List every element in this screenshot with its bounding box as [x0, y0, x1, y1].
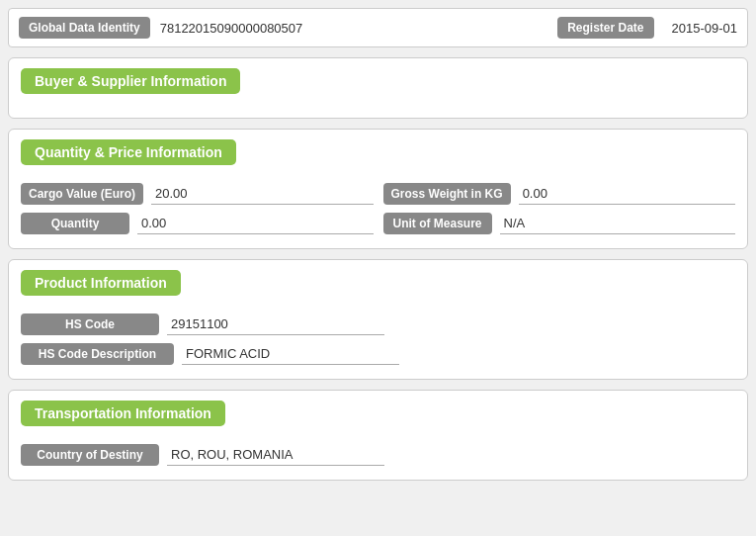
- top-bar: Global Data Identity 7812201509000008050…: [8, 8, 748, 47]
- quantity-value: 0.00: [137, 213, 374, 234]
- global-data-identity-value: 78122015090000080507: [160, 21, 557, 36]
- quantity-price-row1: Cargo Value (Euro) 20.00 Gross Weight in…: [21, 183, 735, 205]
- quantity-price-row2: Quantity 0.00 Unit of Measure N/A: [21, 213, 735, 234]
- country-of-destiny-group: Country of Destiny RO, ROU, ROMANIA: [21, 444, 735, 466]
- hs-code-description-group: HS Code Description FORMIC ACID: [21, 343, 735, 365]
- buyer-supplier-header: Buyer & Supplier Information: [21, 68, 240, 94]
- hs-code-value: 29151100: [167, 313, 384, 335]
- hs-code-label: HS Code: [21, 313, 159, 335]
- register-date-group: Register Date 2015-09-01: [557, 17, 737, 39]
- cargo-value-value: 20.00: [151, 183, 373, 205]
- unit-of-measure-group: Unit of Measure N/A: [383, 213, 736, 234]
- product-info-header: Product Information: [21, 270, 181, 296]
- quantity-label: Quantity: [21, 213, 129, 234]
- product-info-section: Product Information HS Code 29151100 HS …: [8, 259, 748, 380]
- quantity-price-section: Quantity & Price Information Cargo Value…: [8, 129, 748, 249]
- quantity-price-header: Quantity & Price Information: [21, 139, 236, 165]
- cargo-value-label: Cargo Value (Euro): [21, 183, 143, 205]
- transportation-header: Transportation Information: [21, 401, 225, 426]
- gross-weight-value: 0.00: [519, 183, 735, 205]
- country-of-destiny-label: Country of Destiny: [21, 444, 159, 466]
- hs-code-description-value: FORMIC ACID: [182, 343, 399, 365]
- country-of-destiny-value: RO, ROU, ROMANIA: [167, 444, 384, 466]
- cargo-value-group: Cargo Value (Euro) 20.00: [21, 183, 374, 205]
- gross-weight-group: Gross Weight in KG 0.00: [383, 183, 736, 205]
- gross-weight-label: Gross Weight in KG: [383, 183, 511, 205]
- unit-of-measure-value: N/A: [500, 213, 736, 234]
- register-date-value: 2015-09-01: [672, 21, 738, 36]
- hs-code-group: HS Code 29151100: [21, 313, 735, 335]
- unit-of-measure-label: Unit of Measure: [383, 213, 492, 234]
- hs-code-description-label: HS Code Description: [21, 343, 174, 365]
- transportation-section: Transportation Information Country of De…: [8, 390, 748, 481]
- quantity-group: Quantity 0.00: [21, 213, 374, 234]
- global-data-identity-label: Global Data Identity: [19, 17, 150, 39]
- register-date-label: Register Date: [557, 17, 653, 39]
- buyer-supplier-section: Buyer & Supplier Information: [8, 57, 748, 119]
